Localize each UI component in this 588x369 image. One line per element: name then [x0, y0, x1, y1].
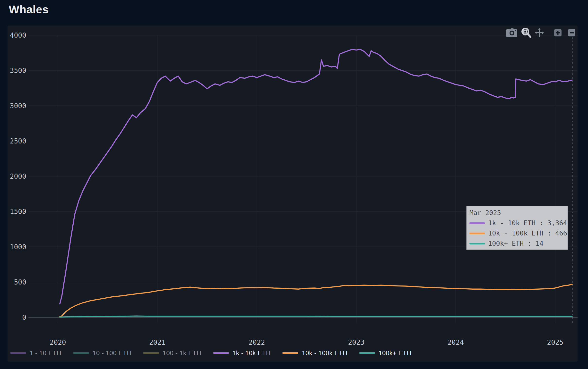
- y-tick-label: 1500: [10, 207, 26, 215]
- pan-icon: [535, 28, 544, 37]
- x-tick-label: 2020: [50, 338, 66, 346]
- legend-item-100k+-eth[interactable]: 100k+ ETH: [359, 349, 411, 357]
- y-tick-label: 4000: [10, 31, 26, 39]
- tooltip-row: 10k - 100k ETH : 466: [469, 228, 565, 238]
- legend-label: 10 - 100 ETH: [93, 349, 132, 357]
- legend-item-100-1k-eth[interactable]: 100 - 1k ETH: [143, 349, 201, 357]
- legend-swatch: [143, 352, 159, 354]
- legend-item-1k-10k-eth[interactable]: 1k - 10k ETH: [213, 349, 271, 357]
- legend-swatch: [73, 352, 89, 354]
- legend-swatch: [282, 352, 298, 354]
- box-zoom-icon: [521, 28, 531, 38]
- legend-swatch: [213, 352, 229, 354]
- zoom-out-icon: [568, 29, 575, 36]
- legend-item-10k-100k-eth[interactable]: 10k - 100k ETH: [282, 349, 347, 357]
- camera-button[interactable]: [506, 28, 517, 37]
- legend: 1 - 10 ETH10 - 100 ETH100 - 1k ETH1k - 1…: [10, 348, 411, 357]
- zoom-in-icon: [554, 29, 562, 36]
- x-tick-label: 2022: [249, 338, 265, 346]
- modebar: [506, 29, 575, 37]
- tooltip-date: Mar 2025: [469, 208, 565, 218]
- y-tick-label: 1000: [10, 243, 26, 251]
- series-line-100k+-eth: [60, 316, 572, 317]
- y-tick-label: 2000: [10, 172, 26, 180]
- tooltip-series-value: 10k - 100k ETH : 466: [488, 228, 567, 238]
- hover-tooltip: Mar 2025 1k - 10k ETH : 3,36410k - 100k …: [466, 206, 568, 250]
- tooltip-series-value: 100k+ ETH : 14: [488, 238, 544, 249]
- zoom-out-button[interactable]: [568, 29, 575, 36]
- legend-label: 1k - 10k ETH: [232, 349, 271, 357]
- legend-label: 100 - 1k ETH: [163, 349, 201, 357]
- legend-label: 1 - 10 ETH: [30, 349, 62, 357]
- y-tick-label: 3000: [10, 102, 26, 110]
- x-tick-label: 2021: [149, 338, 166, 346]
- page-title: Whales: [9, 3, 49, 16]
- tooltip-series-swatch: [469, 243, 485, 245]
- y-tick-label: 0: [22, 313, 26, 321]
- whales-chart-plot[interactable]: 0500100015002000250030003500400020202021…: [8, 25, 578, 362]
- tooltip-series-value: 1k - 10k ETH : 3,364: [488, 218, 567, 228]
- box-zoom-button[interactable]: [521, 28, 531, 38]
- y-tick-label: 2500: [10, 137, 26, 145]
- x-tick-label: 2025: [547, 338, 563, 346]
- legend-label: 100k+ ETH: [378, 349, 411, 357]
- tooltip-series-swatch: [469, 233, 485, 234]
- pan-button[interactable]: [535, 28, 544, 37]
- series-line-1k-10k-eth: [60, 49, 572, 304]
- zoom-in-button[interactable]: [554, 29, 562, 36]
- legend-item-10-100-eth[interactable]: 10 - 100 ETH: [73, 349, 132, 357]
- legend-swatch: [359, 352, 375, 354]
- tooltip-row: 100k+ ETH : 14: [469, 238, 565, 249]
- tooltip-row: 1k - 10k ETH : 3,364: [469, 218, 565, 228]
- x-tick-label: 2023: [348, 338, 364, 346]
- series-line-10k-100k-eth: [60, 285, 572, 317]
- camera-icon: [506, 28, 517, 37]
- y-tick-label: 500: [14, 278, 26, 286]
- x-tick-label: 2024: [448, 338, 464, 346]
- legend-swatch: [10, 352, 26, 354]
- chart-card: 0500100015002000250030003500400020202021…: [8, 25, 578, 362]
- legend-item-1-10-eth[interactable]: 1 - 10 ETH: [10, 349, 62, 357]
- tooltip-series-swatch: [469, 222, 485, 224]
- legend-label: 10k - 100k ETH: [302, 349, 347, 357]
- y-tick-label: 3500: [10, 67, 26, 74]
